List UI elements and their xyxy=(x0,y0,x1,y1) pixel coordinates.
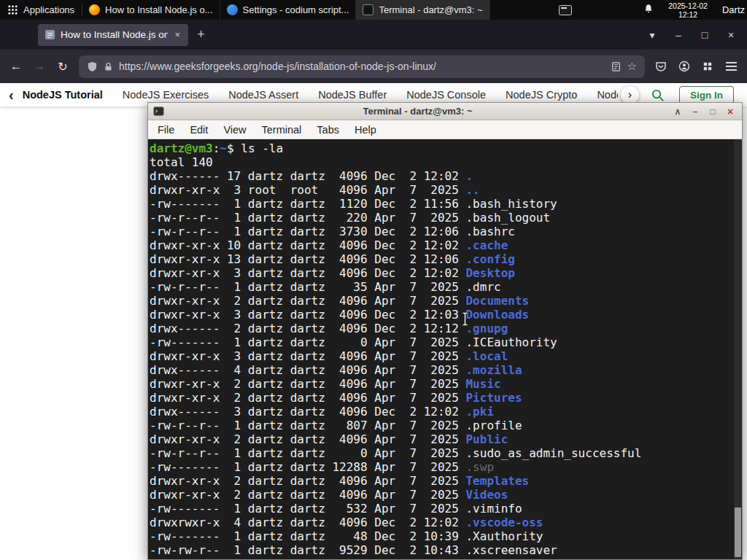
prompt-separator: : xyxy=(213,141,220,155)
file-metadata: drwxr-xr-x 3 dartz dartz 4096 Apr 7 2025 xyxy=(150,349,465,363)
terminal-menu-item[interactable]: Edit xyxy=(190,124,208,136)
terminal-menu-item[interactable]: View xyxy=(223,124,246,136)
window-close-button[interactable]: × xyxy=(719,24,743,46)
terminal-line: drwxr-xr-x 2 dartz dartz 4096 Apr 7 2025… xyxy=(150,474,740,488)
window-icon xyxy=(89,4,100,15)
window-icon xyxy=(363,4,374,15)
terminal-line: -rw-rw-r-- 1 dartz dartz 9529 Dec 2 10:4… xyxy=(150,543,740,557)
terminal-total-line: total 140 xyxy=(150,155,740,169)
file-metadata: drwxr-xr-x 2 dartz dartz 4096 Apr 7 2025 xyxy=(150,377,465,391)
browser-tab[interactable]: How to Install Node.js on × xyxy=(38,24,188,46)
forward-button[interactable]: → xyxy=(28,55,50,77)
file-metadata: -rw-r--r-- 1 dartz dartz 3730 Dec 2 12:0… xyxy=(150,225,465,238)
site-nav-link[interactable]: NodeJS Crypto xyxy=(506,89,577,101)
file-name: .sudo_as_admin_successful xyxy=(465,446,641,460)
panel-right: 2025-12-02 12:12 Dartz xyxy=(559,1,747,19)
search-icon[interactable] xyxy=(651,88,665,102)
pocket-icon[interactable] xyxy=(650,55,672,77)
top-panel: Applications How to Install Node.js o...… xyxy=(0,0,747,20)
terminal-shade-button[interactable]: ∧ xyxy=(671,107,684,116)
terminal-menu-item[interactable]: Tabs xyxy=(317,124,339,136)
tracking-shield-icon[interactable] xyxy=(87,61,98,72)
file-name: .. xyxy=(465,183,479,197)
new-tab-button[interactable]: + xyxy=(191,25,211,44)
terminal-menu-item[interactable]: Terminal xyxy=(262,124,302,136)
tab-close-icon[interactable]: × xyxy=(173,29,182,40)
file-metadata: -rw-r--r-- 1 dartz dartz 807 Apr 7 2025 xyxy=(150,419,465,432)
terminal-line: drwxr-xr-x 2 dartz dartz 4096 Apr 7 2025… xyxy=(150,294,740,308)
nav-scroll-right-button[interactable]: › xyxy=(621,86,639,104)
file-metadata: drwxr-xr-x 2 dartz dartz 4096 Apr 7 2025 xyxy=(150,432,465,446)
file-metadata: drwx------ 17 dartz dartz 4096 Dec 2 12:… xyxy=(150,169,465,183)
padlock-icon[interactable] xyxy=(104,62,113,71)
site-nav-link[interactable]: NodeJS Exercises xyxy=(123,89,209,101)
file-name: .mozilla xyxy=(465,363,522,377)
window-minimize-button[interactable]: – xyxy=(667,24,690,46)
file-name: .local xyxy=(465,349,508,363)
refresh-button[interactable]: ↻ xyxy=(52,55,74,77)
reader-mode-icon[interactable] xyxy=(611,61,622,72)
file-metadata: drwxr-xr-x 2 dartz dartz 4096 Apr 7 2025 xyxy=(150,391,465,405)
terminal-line: drwxr-xr-x 3 dartz dartz 4096 Dec 2 12:0… xyxy=(150,266,740,280)
terminal-menu-item[interactable]: Help xyxy=(355,124,376,136)
site-nav-link[interactable]: NodeJS DNS xyxy=(597,89,618,101)
site-nav-link[interactable]: NodeJS Assert xyxy=(228,89,298,101)
bookmark-star-icon[interactable]: ☆ xyxy=(627,60,637,73)
nav-scroll-left-icon[interactable]: ‹ xyxy=(9,88,14,102)
tab-favicon xyxy=(44,29,55,40)
terminal-line: drwxr-xr-x 3 dartz dartz 4096 Apr 7 2025… xyxy=(150,349,740,363)
site-nav-items: NodeJS Tutorial NodeJS Exercises NodeJS … xyxy=(23,89,618,101)
chevron-right-icon: › xyxy=(628,88,632,101)
tab-title: How to Install Node.js on xyxy=(61,29,168,40)
clock-date: 2025-12-02 xyxy=(668,1,708,10)
file-name: Templates xyxy=(465,474,529,488)
terminal-window-icon[interactable] xyxy=(153,106,164,117)
terminal-line: -rw------- 1 dartz dartz 0 Apr 7 2025 .I… xyxy=(150,335,740,349)
terminal-titlebar[interactable]: Terminal - dartz@vm3: ~ ∧ – □ × xyxy=(148,103,742,120)
terminal-minimize-button[interactable]: – xyxy=(689,107,702,116)
terminal-maximize-button[interactable]: □ xyxy=(706,107,719,116)
taskbar: How to Install Node.js o... Settings - c… xyxy=(82,0,490,20)
back-button[interactable]: ← xyxy=(5,55,27,77)
terminal-scrollbar[interactable] xyxy=(734,139,742,559)
panel-clock: 2025-12-02 12:12 xyxy=(668,1,708,19)
menu-hamburger-icon[interactable] xyxy=(720,55,742,77)
browser-toolbar: ← → ↻ https://www.geeksforgeeks.org/node… xyxy=(0,50,747,83)
file-name: .viminfo xyxy=(465,502,522,516)
terminal-menu-item[interactable]: File xyxy=(158,124,174,136)
scrollbar-thumb[interactable] xyxy=(735,508,741,557)
terminal-line: drwxr-xr-x 2 dartz dartz 4096 Apr 7 2025… xyxy=(150,432,740,446)
file-metadata: -rw------- 1 dartz dartz 48 Dec 2 10:39 xyxy=(150,529,465,543)
site-nav-link[interactable]: NodeJS Console xyxy=(406,89,486,101)
account-icon[interactable] xyxy=(673,55,695,77)
file-metadata: drwxr-xr-x 3 root root 4096 Apr 7 2025 xyxy=(150,183,465,197)
tray-terminal-icon[interactable] xyxy=(559,5,572,15)
sign-in-button[interactable]: Sign In xyxy=(679,86,734,104)
file-name: .gnupg xyxy=(465,322,508,335)
list-tabs-button[interactable]: ▾ xyxy=(640,24,664,46)
site-nav-link[interactable]: NodeJS Buffer xyxy=(318,89,387,101)
extensions-icon[interactable] xyxy=(697,55,719,77)
prompt-symbol: $ xyxy=(227,141,241,155)
file-name: Music xyxy=(465,377,500,391)
taskbar-window-button[interactable]: How to Install Node.js o... xyxy=(82,0,220,20)
notification-bell-icon[interactable] xyxy=(643,4,654,16)
terminal-close-button[interactable]: × xyxy=(724,106,737,117)
site-nav-link[interactable]: NodeJS Tutorial xyxy=(23,89,103,101)
window-maximize-button[interactable]: □ xyxy=(693,24,716,46)
url-bar[interactable]: https://www.geeksforgeeks.org/node-js/in… xyxy=(79,55,645,78)
applications-menu-button[interactable]: Applications xyxy=(0,0,82,20)
terminal-line: -rw------- 1 dartz dartz 48 Dec 2 10:39 … xyxy=(150,529,740,543)
panel-user-label: Dartz xyxy=(722,4,745,15)
file-name: .Xauthority xyxy=(465,529,543,543)
terminal-line: drwxr-xr-x 2 dartz dartz 4096 Apr 7 2025… xyxy=(150,391,740,405)
file-metadata: -rw------- 1 dartz dartz 0 Apr 7 2025 xyxy=(150,335,465,349)
taskbar-window-button[interactable]: Settings - codium script... xyxy=(220,0,357,20)
file-name: Desktop xyxy=(465,266,514,280)
window-icon xyxy=(227,4,238,15)
file-name: .bash_logout xyxy=(465,211,550,225)
terminal-line: drwxr-xr-x 2 dartz dartz 4096 Apr 7 2025… xyxy=(150,488,740,502)
taskbar-window-button[interactable]: Terminal - dartz@vm3: ~ xyxy=(356,0,489,20)
terminal-screen[interactable]: dartz@vm3:~$ ls -la total 140 drwx------… xyxy=(148,139,742,559)
file-metadata: -rw------- 1 dartz dartz 12288 Apr 7 202… xyxy=(150,460,465,474)
